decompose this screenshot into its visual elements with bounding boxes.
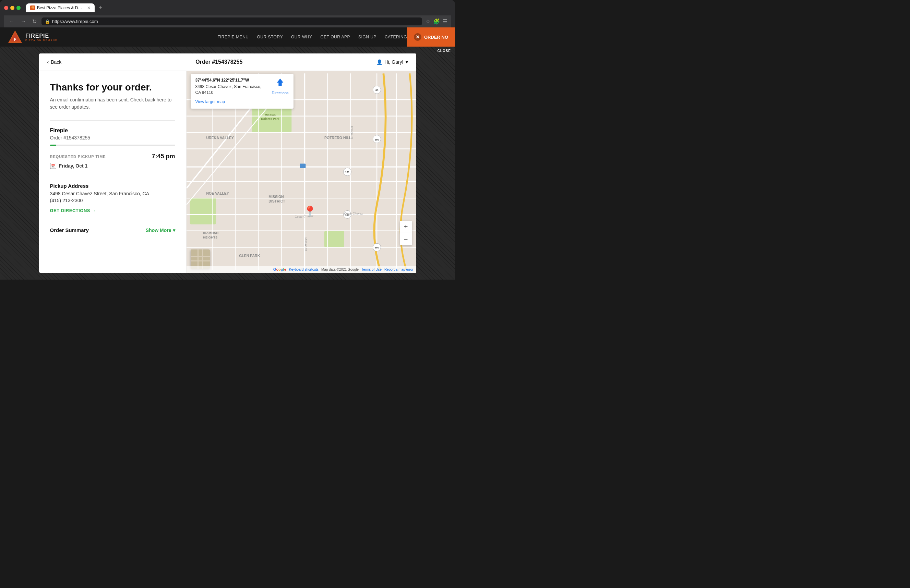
user-greeting-button[interactable]: 👤 Hi, Gary! ▾ (376, 59, 408, 65)
svg-text:F: F (14, 38, 16, 42)
pickup-address-heading: Pickup Address (50, 183, 175, 189)
directions-button[interactable]: Directions (272, 78, 289, 105)
thanks-heading: Thanks for your order. (50, 82, 175, 93)
map-controls: + − (400, 221, 412, 246)
google-logo: Google (273, 267, 286, 271)
nav-catering[interactable]: CATERING (385, 35, 407, 39)
section-divider-2 (50, 176, 175, 176)
new-tab-button[interactable]: + (96, 3, 105, 13)
svg-text:Folsom St: Folsom St (350, 126, 353, 139)
greeting-chevron-icon: ▾ (406, 59, 408, 65)
tab-favicon: 🍕 (30, 5, 35, 10)
svg-text:101: 101 (345, 171, 350, 174)
directions-text: Directions (272, 91, 289, 95)
svg-text:280: 280 (374, 138, 379, 141)
show-more-chevron-icon: ▾ (173, 228, 175, 233)
forward-button[interactable]: → (19, 18, 28, 25)
close-window-button[interactable] (4, 6, 8, 10)
get-directions-link[interactable]: GET DIRECTIONS → (50, 208, 175, 213)
order-number-title: Order #154378255 (62, 59, 376, 65)
site-header: F FIREPIE PIZZA ON DEMAND FIREPIE MENU O… (0, 27, 455, 47)
svg-text:UREKA VALLEY: UREKA VALLEY (206, 136, 234, 140)
svg-text:80: 80 (375, 89, 378, 92)
map-location-pin: 📍 (303, 205, 317, 218)
pickup-address-street: 3498 Cesar Chavez Street, San Francisco,… (50, 191, 175, 196)
report-map-error-link[interactable]: Report a map error (384, 268, 413, 271)
svg-text:MISSION: MISSION (269, 195, 283, 199)
order-now-close-icon[interactable]: ✕ (414, 33, 421, 41)
svg-text:DIAMOND: DIAMOND (202, 231, 219, 235)
back-label: Back (51, 59, 62, 65)
user-icon: 👤 (376, 59, 382, 65)
view-larger-map-link[interactable]: View larger map (196, 99, 225, 104)
logo-area: F FIREPIE PIZZA ON DEMAND (7, 30, 58, 44)
pickup-date: Friday, Oct 1 (59, 163, 88, 169)
order-progress-bar (50, 145, 175, 146)
active-tab[interactable]: 🍕 Best Pizza Places & Delivery in S ✕ (26, 3, 95, 12)
reload-button[interactable]: ↻ (31, 18, 38, 25)
close-label: CLOSE (437, 49, 451, 53)
browser-window: 🍕 Best Pizza Places & Delivery in S ✕ + … (0, 0, 455, 279)
back-chevron-icon: ‹ (47, 59, 49, 65)
map-footer: Google Keyboard shortcuts Map data ©2021… (186, 266, 416, 273)
popup-info: 37°44'54.6"N 122°25'11.7"W 3498 Cesar Ch… (196, 78, 269, 105)
keyboard-shortcuts-link[interactable]: Keyboard shortcuts (289, 268, 319, 271)
order-now-button[interactable]: ✕ ORDER NO CLOSE (407, 27, 455, 47)
svg-text:Mission St: Mission St (304, 237, 307, 251)
svg-text:NOE VALLEY: NOE VALLEY (206, 192, 229, 195)
user-greeting-text: Hi, Gary! (384, 59, 403, 65)
zoom-in-button[interactable]: + (400, 221, 412, 233)
tab-bar: 🍕 Best Pizza Places & Delivery in S ✕ + (26, 3, 105, 13)
pickup-label: REQUESTED PICKUP TIME (50, 155, 106, 159)
map-panel: Mission Dolores Park (186, 71, 416, 273)
menu-icon[interactable]: ☰ (443, 18, 447, 25)
address-bar[interactable]: 🔒 https://www.firepie.com (42, 18, 422, 25)
star-icon[interactable]: ☆ (426, 18, 430, 25)
nav-our-story[interactable]: OUR STORY (257, 35, 283, 39)
svg-text:Dolores Park: Dolores Park (261, 117, 279, 121)
map-popup: 37°44'54.6"N 122°25'11.7"W 3498 Cesar Ch… (191, 74, 293, 108)
toolbar-actions: ☆ 🧩 ☰ (426, 18, 447, 25)
left-panel: Thanks for your order. An email confirma… (39, 71, 186, 273)
tab-close-button[interactable]: ✕ (87, 5, 91, 10)
browser-chrome: 🍕 Best Pizza Places & Delivery in S ✕ + … (0, 0, 455, 27)
extensions-icon[interactable]: 🧩 (433, 18, 440, 25)
nav-sign-up[interactable]: SIGN UP (358, 35, 376, 39)
back-button[interactable]: ← (8, 18, 16, 25)
nav-get-our-app[interactable]: GET OUR APP (320, 35, 350, 39)
svg-text:HEIGHTS: HEIGHTS (202, 236, 217, 239)
svg-rect-56 (191, 260, 210, 262)
pickup-time: 7:45 pm (152, 153, 175, 160)
popup-address-line1: 3498 Cesar Chavez, San Francisco, (196, 84, 262, 89)
modal-card: ‹ Back Order #154378255 👤 Hi, Gary! ▾ Th… (39, 53, 416, 273)
map-container[interactable]: Mission Dolores Park (186, 71, 416, 273)
lock-icon: 🔒 (45, 19, 50, 24)
site-nav: FIREPIE MENU OUR STORY OUR WHY GET OUR A… (217, 35, 407, 39)
zoom-out-button[interactable]: − (400, 233, 412, 246)
order-summary-label: Order Summary (50, 227, 89, 233)
tab-title: Best Pizza Places & Delivery in S (37, 5, 84, 10)
modal-header: ‹ Back Order #154378255 👤 Hi, Gary! ▾ (39, 53, 416, 71)
svg-text:POTRERO HILL: POTRERO HILL (324, 136, 351, 140)
svg-text:Cesar Chavez: Cesar Chavez (344, 212, 363, 215)
bg-texture: ‹ Back Order #154378255 👤 Hi, Gary! ▾ Th… (0, 47, 455, 279)
popup-address: 3498 Cesar Chavez, San Francisco, CA 941… (196, 84, 269, 95)
popup-address-line2: CA 94110 (196, 90, 214, 95)
calendar-icon: 📅 (50, 163, 56, 169)
minimize-window-button[interactable] (10, 6, 15, 10)
back-button[interactable]: ‹ Back (47, 59, 62, 65)
svg-rect-55 (191, 256, 210, 257)
email-confirmation-note: An email confirmation has been sent. Che… (50, 96, 175, 111)
terms-of-use-link[interactable]: Terms of Use (361, 268, 382, 271)
nav-firepie-menu[interactable]: FIREPIE MENU (217, 35, 249, 39)
show-more-button[interactable]: Show More ▾ (146, 228, 175, 233)
svg-text:DISTRICT: DISTRICT (269, 199, 285, 203)
traffic-lights (4, 6, 21, 10)
titlebar: 🍕 Best Pizza Places & Delivery in S ✕ + (4, 3, 451, 13)
url-text: https://www.firepie.com (52, 19, 98, 24)
svg-rect-7 (189, 198, 216, 225)
progress-bar-fill (50, 145, 56, 146)
nav-our-why[interactable]: OUR WHY (291, 35, 313, 39)
map-data-text: Map data ©2021 Google (321, 268, 359, 271)
maximize-window-button[interactable] (16, 6, 21, 10)
